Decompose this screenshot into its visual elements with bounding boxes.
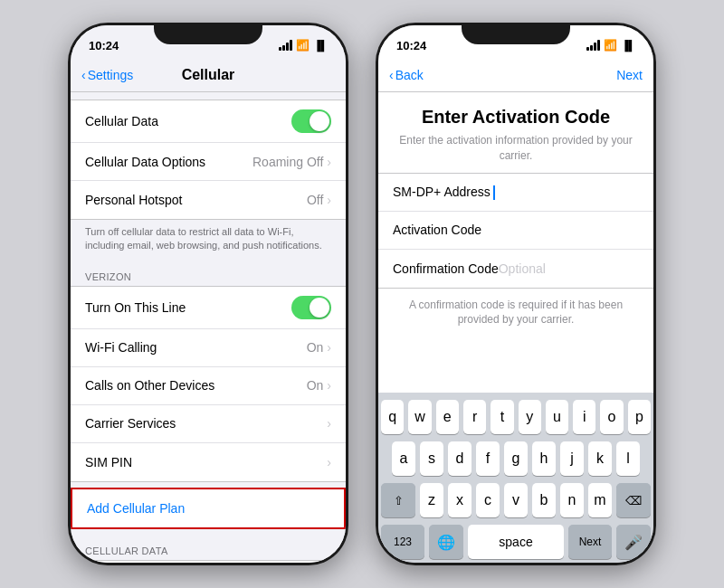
wifi-calling-item[interactable]: Wi-Fi Calling On › xyxy=(71,329,346,367)
turn-on-line-label: Turn On This Line xyxy=(85,300,291,315)
status-icons-right: 📶 ▐▌ xyxy=(586,39,635,52)
keyboard-row-2: a s d f g h j k l xyxy=(381,441,651,476)
confirmation-info-box: A confirmation code is required if it ha… xyxy=(378,289,653,337)
nav-bar-left: ‹ Settings Cellular xyxy=(71,58,346,92)
cellular-data-group: Current Period 48.0 GB Current Period Ro… xyxy=(71,560,346,563)
activation-form: SM-DP+ Address Activation Code Confirmat… xyxy=(378,173,653,289)
personal-hotspot-item[interactable]: Personal Hotspot Off › xyxy=(71,181,346,219)
back-button-left[interactable]: ‹ Settings xyxy=(81,68,133,82)
key-g[interactable]: g xyxy=(504,441,528,476)
shift-key[interactable]: ⇧ xyxy=(381,483,415,517)
wifi-calling-value: On xyxy=(307,340,324,355)
key-k[interactable]: k xyxy=(588,441,612,476)
smdp-cursor xyxy=(492,184,495,200)
key-z[interactable]: z xyxy=(420,483,443,517)
next-keyboard-key[interactable]: Next xyxy=(568,525,612,559)
key-i[interactable]: i xyxy=(573,400,595,434)
add-cellular-plan-item[interactable]: Add Cellular Plan xyxy=(72,489,344,527)
mic-key[interactable]: 🎤 xyxy=(616,525,651,559)
chevron-left-icon-right: ‹ xyxy=(389,68,394,82)
keyboard-row-3: ⇧ z x c v b n m ⌫ xyxy=(381,483,651,517)
key-q[interactable]: q xyxy=(381,400,404,434)
key-j[interactable]: j xyxy=(560,441,584,476)
nav-bar-right: ‹ Back Next xyxy=(378,58,653,92)
current-period-item[interactable]: Current Period 48.0 GB xyxy=(71,561,346,563)
key-m[interactable]: m xyxy=(588,483,612,517)
next-label: Next xyxy=(616,68,643,82)
screen-content-left: Cellular Data Cellular Data Options Roam… xyxy=(71,92,346,563)
key-n[interactable]: n xyxy=(560,483,584,517)
sim-pin-item[interactable]: SIM PIN › xyxy=(71,443,346,481)
left-phone: 10:24 📶 ▐▌ ‹ Settings Cellular xyxy=(68,23,348,565)
activation-header: Enter Activation Code Enter the activati… xyxy=(378,92,653,173)
chevron-icon-5: › xyxy=(327,416,331,431)
cellular-data-options-label: Cellular Data Options xyxy=(85,155,252,169)
cellular-data-item[interactable]: Cellular Data xyxy=(71,100,346,143)
delete-key[interactable]: ⌫ xyxy=(616,483,651,517)
key-v[interactable]: v xyxy=(504,483,528,517)
carrier-services-label: Carrier Services xyxy=(85,416,327,431)
turn-on-line-item[interactable]: Turn On This Line xyxy=(71,287,346,329)
space-key[interactable]: space xyxy=(468,525,564,559)
keyboard: q w e r t y u i o p a s d f g h j k xyxy=(378,393,653,563)
key-c[interactable]: c xyxy=(476,483,500,517)
status-icons-left: 📶 ▐▌ xyxy=(279,39,328,52)
add-cellular-plan-label: Add Cellular Plan xyxy=(87,501,329,516)
chevron-icon-4: › xyxy=(327,378,331,393)
back-button-right[interactable]: ‹ Back xyxy=(389,68,424,82)
next-button[interactable]: Next xyxy=(616,68,643,82)
chevron-icon-6: › xyxy=(327,455,331,469)
numbers-key[interactable]: 123 xyxy=(381,525,424,559)
key-y[interactable]: y xyxy=(519,400,541,434)
sim-pin-label: SIM PIN xyxy=(85,455,327,469)
activation-subtitle: Enter the activation information provide… xyxy=(396,133,635,164)
cellular-data-toggle[interactable] xyxy=(291,109,331,133)
keyboard-row-1: q w e r t y u i o p xyxy=(381,400,651,434)
nav-title-left: Cellular xyxy=(182,67,235,83)
cellular-data-options-item[interactable]: Cellular Data Options Roaming Off › xyxy=(71,143,346,181)
calls-other-devices-value: On xyxy=(307,378,324,393)
key-o[interactable]: o xyxy=(600,400,623,434)
time-left: 10:24 xyxy=(89,39,119,52)
key-l[interactable]: l xyxy=(616,441,640,476)
chevron-icon-3: › xyxy=(327,340,331,355)
wifi-icon: 📶 xyxy=(296,39,310,52)
signal-icon xyxy=(279,40,292,51)
key-f[interactable]: f xyxy=(476,441,500,476)
globe-key[interactable]: 🌐 xyxy=(429,525,463,559)
key-a[interactable]: a xyxy=(392,441,415,476)
back-label-right: Back xyxy=(395,68,424,82)
battery-icon-right: ▐▌ xyxy=(621,40,635,51)
time-right: 10:24 xyxy=(396,39,426,52)
cellular-info-text: Turn off cellular data to restrict all d… xyxy=(71,220,346,261)
confirmation-code-placeholder: Optional xyxy=(499,261,546,276)
first-settings-group: Cellular Data Cellular Data Options Roam… xyxy=(71,100,346,220)
smdp-label: SM-DP+ Address xyxy=(393,185,492,199)
confirmation-code-label: Confirmation Code xyxy=(393,261,499,276)
verizon-section-header: VERIZON xyxy=(71,261,346,286)
confirmation-code-row[interactable]: Confirmation Code Optional xyxy=(378,250,653,288)
cellular-data-section-header: CELLULAR DATA xyxy=(71,535,346,560)
wifi-icon-right: 📶 xyxy=(604,39,617,52)
smdp-row[interactable]: SM-DP+ Address xyxy=(378,174,653,212)
key-p[interactable]: p xyxy=(628,400,651,434)
key-e[interactable]: e xyxy=(436,400,459,434)
key-x[interactable]: x xyxy=(448,483,472,517)
add-cellular-plan-group: Add Cellular Plan xyxy=(71,488,346,529)
key-h[interactable]: h xyxy=(532,441,556,476)
chevron-icon: › xyxy=(327,155,331,169)
key-w[interactable]: w xyxy=(408,400,431,434)
key-d[interactable]: d xyxy=(448,441,472,476)
turn-on-line-toggle[interactable] xyxy=(291,296,331,319)
key-u[interactable]: u xyxy=(546,400,568,434)
activation-code-row[interactable]: Activation Code xyxy=(378,212,653,250)
calls-other-devices-item[interactable]: Calls on Other Devices On › xyxy=(71,367,346,405)
confirmation-info-text: A confirmation code is required if it ha… xyxy=(393,298,639,328)
activation-code-label: Activation Code xyxy=(393,223,492,237)
key-s[interactable]: s xyxy=(420,441,443,476)
key-r[interactable]: r xyxy=(463,400,486,434)
key-b[interactable]: b xyxy=(532,483,556,517)
screen-content-right: Enter Activation Code Enter the activati… xyxy=(378,92,653,393)
key-t[interactable]: t xyxy=(491,400,513,434)
carrier-services-item[interactable]: Carrier Services › xyxy=(71,405,346,443)
